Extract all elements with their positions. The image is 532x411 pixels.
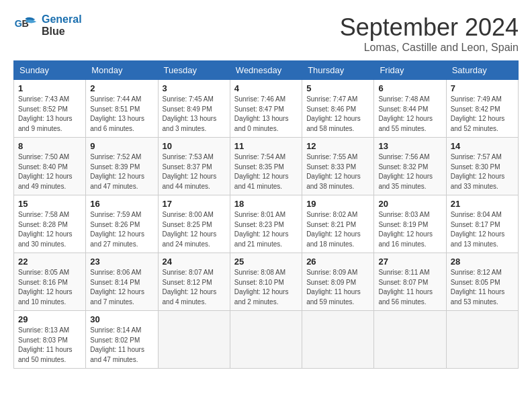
calendar-week-4: 22 Sunrise: 8:05 AM Sunset: 8:16 PM Dayl… bbox=[14, 253, 519, 311]
day-number: 19 bbox=[306, 199, 369, 209]
day-number: 10 bbox=[163, 141, 226, 151]
day-info: Sunrise: 8:09 AM Sunset: 8:09 PM Dayligh… bbox=[306, 268, 369, 307]
day-info: Sunrise: 8:07 AM Sunset: 8:12 PM Dayligh… bbox=[163, 268, 226, 307]
calendar-cell: 6 Sunrise: 7:48 AM Sunset: 8:44 PM Dayli… bbox=[374, 80, 446, 138]
logo: G B General Blue bbox=[13, 13, 82, 38]
logo-text: General Blue bbox=[42, 13, 82, 38]
calendar-cell: 28 Sunrise: 8:12 AM Sunset: 8:05 PM Dayl… bbox=[446, 253, 518, 311]
day-info: Sunrise: 7:58 AM Sunset: 8:28 PM Dayligh… bbox=[18, 210, 81, 249]
calendar-cell: 2 Sunrise: 7:44 AM Sunset: 8:51 PM Dayli… bbox=[86, 80, 158, 138]
day-info: Sunrise: 7:43 AM Sunset: 8:52 PM Dayligh… bbox=[18, 95, 81, 134]
calendar-subtitle: Lomas, Castille and Leon, Spain bbox=[340, 42, 519, 54]
title-section: September 2024 Lomas, Castille and Leon,… bbox=[340, 13, 519, 54]
calendar-cell: 20 Sunrise: 8:03 AM Sunset: 8:19 PM Dayl… bbox=[374, 195, 446, 253]
calendar-header-row: SundayMondayTuesdayWednesdayThursdayFrid… bbox=[14, 61, 519, 80]
day-info: Sunrise: 8:14 AM Sunset: 8:02 PM Dayligh… bbox=[90, 326, 153, 365]
day-header-friday: Friday bbox=[374, 61, 446, 80]
day-info: Sunrise: 7:54 AM Sunset: 8:35 PM Dayligh… bbox=[234, 152, 298, 191]
day-info: Sunrise: 7:52 AM Sunset: 8:39 PM Dayligh… bbox=[90, 152, 153, 191]
calendar-cell bbox=[302, 311, 374, 369]
calendar-cell bbox=[158, 311, 230, 369]
calendar-cell: 15 Sunrise: 7:58 AM Sunset: 8:28 PM Dayl… bbox=[14, 195, 86, 253]
day-number: 22 bbox=[18, 257, 81, 267]
day-number: 25 bbox=[234, 257, 298, 267]
day-header-wednesday: Wednesday bbox=[230, 61, 302, 80]
calendar-cell: 1 Sunrise: 7:43 AM Sunset: 8:52 PM Dayli… bbox=[14, 80, 86, 138]
calendar-cell: 25 Sunrise: 8:08 AM Sunset: 8:10 PM Dayl… bbox=[230, 253, 302, 311]
day-info: Sunrise: 7:53 AM Sunset: 8:37 PM Dayligh… bbox=[163, 152, 226, 191]
day-info: Sunrise: 7:44 AM Sunset: 8:51 PM Dayligh… bbox=[90, 95, 153, 134]
day-info: Sunrise: 8:11 AM Sunset: 8:07 PM Dayligh… bbox=[378, 268, 441, 307]
calendar-cell: 19 Sunrise: 8:02 AM Sunset: 8:21 PM Dayl… bbox=[302, 195, 374, 253]
calendar-cell: 22 Sunrise: 8:05 AM Sunset: 8:16 PM Dayl… bbox=[14, 253, 86, 311]
day-number: 17 bbox=[163, 199, 226, 209]
calendar-cell: 27 Sunrise: 8:11 AM Sunset: 8:07 PM Dayl… bbox=[374, 253, 446, 311]
calendar-table: SundayMondayTuesdayWednesdayThursdayFrid… bbox=[13, 60, 519, 369]
day-info: Sunrise: 7:56 AM Sunset: 8:32 PM Dayligh… bbox=[378, 152, 441, 191]
day-number: 7 bbox=[451, 83, 514, 93]
calendar-cell: 7 Sunrise: 7:49 AM Sunset: 8:42 PM Dayli… bbox=[446, 80, 518, 138]
day-info: Sunrise: 7:57 AM Sunset: 8:30 PM Dayligh… bbox=[451, 152, 514, 191]
day-number: 26 bbox=[306, 257, 369, 267]
day-info: Sunrise: 8:02 AM Sunset: 8:21 PM Dayligh… bbox=[306, 210, 369, 249]
calendar-cell: 18 Sunrise: 8:01 AM Sunset: 8:23 PM Dayl… bbox=[230, 195, 302, 253]
day-info: Sunrise: 8:06 AM Sunset: 8:14 PM Dayligh… bbox=[90, 268, 153, 307]
calendar-cell: 26 Sunrise: 8:09 AM Sunset: 8:09 PM Dayl… bbox=[302, 253, 374, 311]
calendar-cell: 17 Sunrise: 8:00 AM Sunset: 8:25 PM Dayl… bbox=[158, 195, 230, 253]
calendar-cell: 13 Sunrise: 7:56 AM Sunset: 8:32 PM Dayl… bbox=[374, 138, 446, 195]
day-info: Sunrise: 8:00 AM Sunset: 8:25 PM Dayligh… bbox=[163, 210, 226, 249]
day-info: Sunrise: 8:08 AM Sunset: 8:10 PM Dayligh… bbox=[234, 268, 298, 307]
day-info: Sunrise: 8:05 AM Sunset: 8:16 PM Dayligh… bbox=[18, 268, 81, 307]
logo-icon: G B bbox=[13, 13, 38, 38]
calendar-cell: 3 Sunrise: 7:45 AM Sunset: 8:49 PM Dayli… bbox=[158, 80, 230, 138]
calendar-cell bbox=[374, 311, 446, 369]
calendar-week-1: 1 Sunrise: 7:43 AM Sunset: 8:52 PM Dayli… bbox=[14, 80, 519, 138]
day-number: 27 bbox=[378, 257, 441, 267]
day-info: Sunrise: 7:48 AM Sunset: 8:44 PM Dayligh… bbox=[378, 95, 441, 134]
page-header: G B General Blue September 2024 Lomas, C… bbox=[13, 13, 519, 54]
day-number: 18 bbox=[234, 199, 298, 209]
day-info: Sunrise: 7:47 AM Sunset: 8:46 PM Dayligh… bbox=[306, 95, 369, 134]
day-number: 2 bbox=[90, 83, 153, 93]
day-number: 29 bbox=[18, 314, 81, 324]
calendar-cell: 23 Sunrise: 8:06 AM Sunset: 8:14 PM Dayl… bbox=[86, 253, 158, 311]
calendar-cell: 8 Sunrise: 7:50 AM Sunset: 8:40 PM Dayli… bbox=[14, 138, 86, 195]
day-header-saturday: Saturday bbox=[446, 61, 518, 80]
calendar-week-5: 29 Sunrise: 8:13 AM Sunset: 8:03 PM Dayl… bbox=[14, 311, 519, 369]
calendar-cell: 29 Sunrise: 8:13 AM Sunset: 8:03 PM Dayl… bbox=[14, 311, 86, 369]
day-number: 23 bbox=[90, 257, 153, 267]
day-number: 1 bbox=[18, 83, 81, 93]
day-number: 11 bbox=[234, 141, 298, 151]
day-number: 15 bbox=[18, 199, 81, 209]
calendar-cell: 4 Sunrise: 7:46 AM Sunset: 8:47 PM Dayli… bbox=[230, 80, 302, 138]
day-number: 14 bbox=[451, 141, 514, 151]
day-number: 13 bbox=[378, 141, 441, 151]
day-info: Sunrise: 7:50 AM Sunset: 8:40 PM Dayligh… bbox=[18, 152, 81, 191]
day-info: Sunrise: 7:45 AM Sunset: 8:49 PM Dayligh… bbox=[163, 95, 226, 134]
day-info: Sunrise: 8:03 AM Sunset: 8:19 PM Dayligh… bbox=[378, 210, 441, 249]
day-number: 20 bbox=[378, 199, 441, 209]
day-info: Sunrise: 8:04 AM Sunset: 8:17 PM Dayligh… bbox=[451, 210, 514, 249]
day-number: 28 bbox=[451, 257, 514, 267]
day-number: 5 bbox=[306, 83, 369, 93]
calendar-cell: 10 Sunrise: 7:53 AM Sunset: 8:37 PM Dayl… bbox=[158, 138, 230, 195]
day-number: 21 bbox=[451, 199, 514, 209]
day-number: 8 bbox=[18, 141, 81, 151]
calendar-title: September 2024 bbox=[340, 13, 519, 42]
calendar-cell: 24 Sunrise: 8:07 AM Sunset: 8:12 PM Dayl… bbox=[158, 253, 230, 311]
calendar-cell: 11 Sunrise: 7:54 AM Sunset: 8:35 PM Dayl… bbox=[230, 138, 302, 195]
calendar-cell: 5 Sunrise: 7:47 AM Sunset: 8:46 PM Dayli… bbox=[302, 80, 374, 138]
day-number: 30 bbox=[90, 314, 153, 324]
calendar-cell: 21 Sunrise: 8:04 AM Sunset: 8:17 PM Dayl… bbox=[446, 195, 518, 253]
day-info: Sunrise: 8:12 AM Sunset: 8:05 PM Dayligh… bbox=[451, 268, 514, 307]
day-info: Sunrise: 7:46 AM Sunset: 8:47 PM Dayligh… bbox=[234, 95, 298, 134]
day-number: 24 bbox=[163, 257, 226, 267]
day-header-monday: Monday bbox=[86, 61, 158, 80]
day-number: 12 bbox=[306, 141, 369, 151]
calendar-cell bbox=[446, 311, 518, 369]
day-number: 9 bbox=[90, 141, 153, 151]
calendar-cell: 12 Sunrise: 7:55 AM Sunset: 8:33 PM Dayl… bbox=[302, 138, 374, 195]
day-info: Sunrise: 8:01 AM Sunset: 8:23 PM Dayligh… bbox=[234, 210, 298, 249]
day-info: Sunrise: 7:49 AM Sunset: 8:42 PM Dayligh… bbox=[451, 95, 514, 134]
day-header-sunday: Sunday bbox=[14, 61, 86, 80]
